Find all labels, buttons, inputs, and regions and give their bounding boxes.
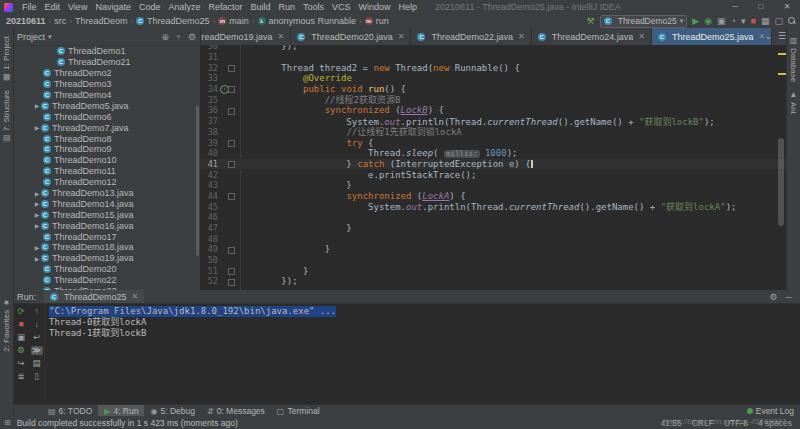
editor-scrollbar[interactable]: [778, 138, 784, 226]
chevron-down-icon[interactable]: ▾: [48, 33, 52, 41]
breadcrumb-item-anonymous-runnable[interactable]: λanonymous Runnable: [258, 16, 357, 26]
soft-wrap-icon[interactable]: ↩: [31, 333, 43, 342]
clear-all-icon[interactable]: ▯: [31, 372, 43, 381]
run-icon[interactable]: ▶: [692, 15, 699, 27]
tree-item-ThreadDemo16-java[interactable]: ▶CThreadDemo16.java: [13, 220, 200, 231]
expand-arrow-icon[interactable]: ▶: [33, 211, 41, 218]
restore-layout-icon[interactable]: ▢: [774, 15, 783, 27]
editor-tab-ThreadDemo25-java[interactable]: CThreadDemo25.java✕: [652, 28, 772, 45]
stop-icon[interactable]: ■: [751, 15, 756, 27]
expand-arrow-icon[interactable]: ▶: [33, 190, 41, 197]
close-icon[interactable]: ✕: [132, 292, 139, 301]
tree-item-ThreadDemo4[interactable]: CThreadDemo4: [13, 90, 200, 101]
expand-arrow-icon[interactable]: ▶: [33, 124, 41, 131]
breadcrumb-item-20210611[interactable]: 20210611: [6, 16, 46, 26]
minimize-button[interactable]: ─: [722, 0, 748, 14]
expand-arrow-icon[interactable]: ▶: [33, 222, 41, 229]
scroll-to-end-icon[interactable]: ≫: [31, 346, 43, 355]
code-editor[interactable]: 30 });3132 Thread thread2 = new Thread(n…: [200, 45, 787, 290]
breadcrumb-item-run[interactable]: mrun: [365, 16, 389, 26]
project-title[interactable]: Project: [17, 32, 45, 42]
menu-item-file[interactable]: File: [18, 2, 41, 12]
run-configuration-select[interactable]: CThreadDemo25▾: [600, 15, 688, 28]
settings-icon[interactable]: ⚙: [188, 32, 196, 42]
tree-item-ThreadDemo6[interactable]: CThreadDemo6: [13, 111, 200, 122]
tree-item-ThreadDemo17[interactable]: CThreadDemo17: [13, 231, 200, 242]
rerun-icon[interactable]: ⟳: [15, 307, 27, 316]
down-stack-icon[interactable]: ↓: [31, 320, 43, 329]
menu-item-vcs[interactable]: VCS: [328, 2, 355, 12]
tool-stripe-structure[interactable]: ▤7: Structure: [2, 90, 11, 143]
editor-tab-ThreadDemo24-java[interactable]: CThreadDemo24.java✕: [532, 28, 652, 45]
tool-stripe-favorites[interactable]: 2: Favorites★: [2, 298, 11, 352]
settings-icon[interactable]: ⚙: [770, 292, 778, 302]
profiler-chevron-icon[interactable]: ▾: [741, 15, 746, 27]
file-encoding[interactable]: UTF-8: [724, 418, 748, 428]
hide-icon[interactable]: ─: [786, 292, 792, 302]
expand-arrow-icon[interactable]: ▶: [33, 102, 41, 109]
debug-icon[interactable]: ◉: [704, 15, 712, 27]
tree-item-ThreadDemo7-java[interactable]: ▶CThreadDemo7.java: [13, 122, 200, 133]
editor-tab-ThreadDemo20-java[interactable]: CThreadDemo20.java✕: [291, 28, 411, 45]
fold-marker-icon[interactable]: [228, 161, 235, 168]
print-icon[interactable]: ▤: [31, 359, 43, 368]
settings-icon[interactable]: ⚙: [15, 346, 27, 355]
search-everywhere-icon[interactable]: [788, 17, 796, 25]
breadcrumb-item-threaddeom[interactable]: ThreadDeom: [75, 16, 128, 26]
close-icon[interactable]: ✕: [638, 32, 645, 41]
tool-stripe-project[interactable]: ▦1: Project: [2, 36, 11, 82]
close-icon[interactable]: ✕: [518, 32, 525, 41]
up-stack-icon[interactable]: ↑: [31, 307, 43, 316]
expand-arrow-icon[interactable]: ▶: [33, 244, 41, 251]
tree-item-ThreadDemo15-java[interactable]: ▶CThreadDemo15.java: [13, 209, 200, 220]
tree-item-ThreadDemo18-java[interactable]: ▶CThreadDemo18.java: [13, 242, 200, 253]
warning-stripe-mark[interactable]: [778, 73, 786, 75]
stop-icon[interactable]: ■: [15, 320, 27, 329]
breadcrumb-item-threaddemo25[interactable]: CThreadDemo25: [136, 16, 210, 26]
fold-marker-icon[interactable]: [228, 86, 235, 93]
build-hammer-icon[interactable]: ⚒: [587, 15, 595, 27]
tool-stripe-ant[interactable]: ▲Ant: [789, 90, 798, 114]
maximize-button[interactable]: □: [748, 0, 774, 14]
fold-marker-icon[interactable]: [228, 247, 235, 254]
warning-stripe-mark[interactable]: [778, 53, 786, 55]
run-tab[interactable]: C ThreadDemo25 ✕: [44, 290, 144, 303]
status-message[interactable]: Build completed successfully in 1 s 423 …: [17, 418, 238, 428]
tree-item-ThreadDemo19-java[interactable]: ▶CThreadDemo19.java: [13, 253, 200, 264]
project-scrollbar[interactable]: [196, 106, 199, 256]
tree-item-ThreadDemo14-java[interactable]: ▶CThreadDemo14.java: [13, 198, 200, 209]
tree-item-ThreadDemo5-java[interactable]: ▶CThreadDemo5.java: [13, 100, 200, 111]
tree-item-ThreadDemo13-java[interactable]: ▶CThreadDemo13.java: [13, 188, 200, 199]
tree-item-ThreadDemo12[interactable]: CThreadDemo12: [13, 177, 200, 188]
fold-marker-icon[interactable]: [228, 279, 235, 286]
hidden-tabs-chevron-icon[interactable]: ⌄: [764, 30, 772, 42]
tree-item-ThreadDemo1[interactable]: CThreadDemo1: [13, 46, 200, 57]
tree-item-ThreadDemo10[interactable]: CThreadDemo10: [13, 155, 200, 166]
collapse-all-icon[interactable]: ÷: [176, 32, 181, 42]
menu-item-build[interactable]: Build: [246, 2, 274, 12]
menu-item-code[interactable]: Code: [135, 2, 165, 12]
indent-style[interactable]: 4 spaces: [758, 418, 792, 428]
open-project-icon[interactable]: ▦: [761, 15, 770, 27]
menu-item-window[interactable]: Window: [355, 2, 395, 12]
tree-item-ThreadDemo9[interactable]: CThreadDemo9: [13, 144, 200, 155]
close-icon[interactable]: ✕: [398, 32, 405, 41]
tree-item-ThreadDemo22[interactable]: CThreadDemo22: [13, 275, 200, 286]
fold-marker-icon[interactable]: [228, 140, 235, 147]
tree-item-ThreadDemo2[interactable]: CThreadDemo2: [13, 68, 200, 79]
menu-item-run[interactable]: Run: [275, 2, 300, 12]
tool-window-switcher-icon[interactable]: ⊞: [4, 418, 11, 427]
tab-list-icon[interactable]: ☰: [778, 30, 786, 42]
tree-item-ThreadDemo20[interactable]: CThreadDemo20: [13, 264, 200, 275]
coverage-icon[interactable]: ▣: [717, 15, 726, 27]
menu-item-analyze[interactable]: Analyze: [164, 2, 204, 12]
fold-marker-icon[interactable]: [228, 65, 235, 72]
tree-item-ThreadDemo21[interactable]: CThreadDemo21: [13, 57, 200, 68]
line-separator[interactable]: CRLF: [692, 418, 714, 428]
close-icon[interactable]: ✕: [278, 32, 285, 41]
caret-position[interactable]: 41:55: [660, 418, 681, 428]
menu-item-view[interactable]: View: [64, 2, 91, 12]
expand-arrow-icon[interactable]: ▶: [33, 255, 41, 262]
fold-marker-icon[interactable]: [228, 108, 235, 115]
expand-arrow-icon[interactable]: ▶: [33, 200, 41, 207]
